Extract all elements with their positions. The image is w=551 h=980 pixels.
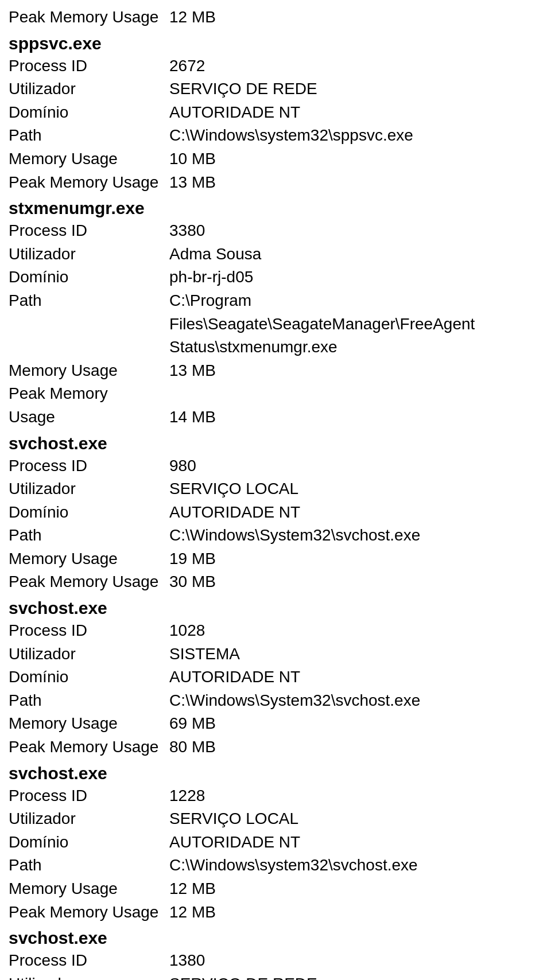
field-label: Memory Usage (9, 359, 169, 383)
process-block: stxmenumgr.exeProcess ID3380UtilizadorAd… (9, 199, 542, 429)
field-value: 1380 (169, 949, 542, 973)
process-name: svchost.exe (9, 598, 542, 618)
field-row: Process ID980 (9, 454, 542, 478)
field-row: Peak Memory Usage80 MB (9, 736, 542, 759)
field-value: SERVIÇO LOCAL (169, 477, 542, 501)
field-label: Peak Memory (9, 382, 169, 406)
process-block: svchost.exeProcess ID980UtilizadorSERVIÇ… (9, 434, 542, 594)
field-value: 12 MB (169, 877, 542, 901)
top-peak-memory: Peak Memory Usage 12 MB (9, 6, 542, 29)
field-row: DomínioAUTORIDADE NT (9, 666, 542, 689)
field-row: Peak Memory Usage30 MB (9, 570, 542, 594)
field-value: 13 MB (169, 359, 542, 383)
field-value: SERVIÇO DE REDE (169, 77, 542, 101)
field-row: PathC:\Windows\system32\svchost.exe (9, 854, 542, 877)
field-row: UtilizadorSERVIÇO LOCAL (9, 807, 542, 831)
field-row: Process ID2672 (9, 55, 542, 78)
field-row: PathC:\Windows\System32\svchost.exe (9, 689, 542, 713)
field-value: Adma Sousa (169, 243, 542, 266)
field-value: 10 MB (169, 147, 542, 171)
field-label: Peak Memory Usage (9, 570, 169, 594)
field-label: Memory Usage (9, 147, 169, 171)
field-label: Memory Usage (9, 712, 169, 736)
field-label: Domínio (9, 831, 169, 854)
field-label: Utilizador (9, 807, 169, 831)
field-label: Process ID (9, 784, 169, 808)
field-row: UtilizadorSERVIÇO DE REDE (9, 77, 542, 101)
process-name: sppsvc.exe (9, 34, 542, 53)
field-row: Peak Memory (9, 382, 542, 406)
field-row: Memory Usage69 MB (9, 712, 542, 736)
field-value: 80 MB (169, 736, 542, 759)
field-label: Utilizador (9, 77, 169, 101)
field-value: C:\Program Files\Seagate\SeagateManager\… (169, 289, 542, 359)
field-row: Process ID1380 (9, 949, 542, 973)
field-value: 3380 (169, 219, 542, 243)
field-value: 19 MB (169, 547, 542, 571)
field-value: AUTORIDADE NT (169, 501, 542, 524)
process-name: svchost.exe (9, 928, 542, 948)
field-value: 12 MB (169, 901, 542, 924)
field-label: Peak Memory Usage (9, 901, 169, 924)
field-value: 980 (169, 454, 542, 478)
field-label: Process ID (9, 949, 169, 973)
process-block: sppsvc.exeProcess ID2672UtilizadorSERVIÇ… (9, 34, 542, 195)
field-row: PathC:\Windows\system32\sppsvc.exe (9, 124, 542, 147)
field-row: UtilizadorSERVIÇO LOCAL (9, 477, 542, 501)
field-label: Utilizador (9, 477, 169, 501)
field-value: SISTEMA (169, 643, 542, 666)
field-label: Process ID (9, 219, 169, 243)
field-row: Memory Usage13 MB (9, 359, 542, 383)
process-block: svchost.exeProcess ID1380UtilizadorSERVI… (9, 928, 542, 980)
field-row: DomínioAUTORIDADE NT (9, 101, 542, 125)
field-label: Path (9, 689, 169, 713)
field-value: C:\Windows\system32\svchost.exe (169, 854, 542, 877)
field-value: C:\Windows\System32\svchost.exe (169, 689, 542, 713)
field-value: AUTORIDADE NT (169, 101, 542, 125)
field-value: 69 MB (169, 712, 542, 736)
field-label: Domínio (9, 101, 169, 125)
field-row: Process ID3380 (9, 219, 542, 243)
field-label: Domínio (9, 266, 169, 289)
field-row: Memory Usage12 MB (9, 877, 542, 901)
field-label: Path (9, 524, 169, 547)
field-row: Peak Memory Usage13 MB (9, 171, 542, 195)
field-value: 13 MB (169, 171, 542, 195)
field-label: Path (9, 854, 169, 877)
field-value: 1228 (169, 784, 542, 808)
field-row: Peak Memory Usage12 MB (9, 901, 542, 924)
field-value: 2672 (169, 55, 542, 78)
process-block: svchost.exeProcess ID1028UtilizadorSISTE… (9, 598, 542, 759)
field-row-continued: Usage14 MB (9, 406, 542, 429)
field-label: Domínio (9, 501, 169, 524)
field-row: PathC:\Windows\System32\svchost.exe (9, 524, 542, 547)
top-peak-memory-label: Peak Memory Usage (9, 6, 169, 29)
field-row: Process ID1228 (9, 784, 542, 808)
field-value (169, 382, 542, 406)
field-row: UtilizadorSERVIÇO DE REDE (9, 973, 542, 980)
field-label: Peak Memory Usage (9, 736, 169, 759)
field-row: DomínioAUTORIDADE NT (9, 831, 542, 854)
field-label: Path (9, 124, 169, 147)
field-row: UtilizadorAdma Sousa (9, 243, 542, 266)
process-block: svchost.exeProcess ID1228UtilizadorSERVI… (9, 764, 542, 924)
field-label: Process ID (9, 55, 169, 78)
field-value: SERVIÇO LOCAL (169, 807, 542, 831)
field-label: Memory Usage (9, 877, 169, 901)
field-label: Memory Usage (9, 547, 169, 571)
field-row: Memory Usage10 MB (9, 147, 542, 171)
field-label: Utilizador (9, 643, 169, 666)
field-value: AUTORIDADE NT (169, 831, 542, 854)
field-value-continued: 14 MB (169, 406, 542, 429)
field-value: SERVIÇO DE REDE (169, 973, 542, 980)
process-name: stxmenumgr.exe (9, 199, 542, 218)
field-row: UtilizadorSISTEMA (9, 643, 542, 666)
process-name: svchost.exe (9, 434, 542, 453)
field-value: AUTORIDADE NT (169, 666, 542, 689)
field-label: Process ID (9, 454, 169, 478)
process-name: svchost.exe (9, 764, 542, 783)
field-label: Domínio (9, 666, 169, 689)
processes-container: sppsvc.exeProcess ID2672UtilizadorSERVIÇ… (9, 34, 542, 980)
field-row: Domínioph-br-rj-d05 (9, 266, 542, 289)
field-value: C:\Windows\System32\svchost.exe (169, 524, 542, 547)
